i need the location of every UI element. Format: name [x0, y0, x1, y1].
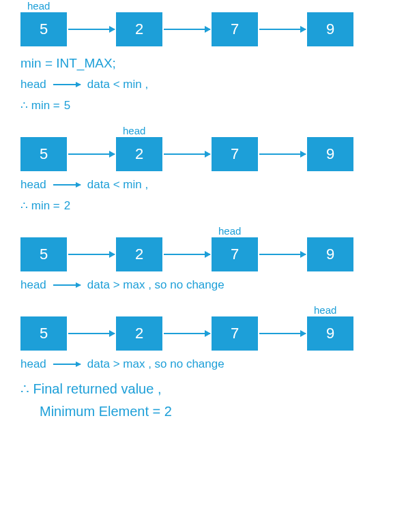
arrow-icon	[68, 153, 115, 155]
list-node: 2	[116, 237, 162, 271]
head-pointer-label: head	[27, 0, 50, 12]
result-line: ∴ min = 5	[20, 98, 386, 113]
list-node: 2	[116, 137, 162, 171]
condition-pre: head	[20, 78, 46, 91]
condition-post: data > max , so no change	[87, 357, 224, 371]
list-node: 9	[307, 237, 353, 271]
list-node: 2	[116, 12, 162, 46]
condition-line: head data < min ,	[20, 78, 386, 91]
arrow-icon	[164, 333, 210, 334]
condition-post: data < min ,	[87, 78, 148, 91]
list-node: 7	[212, 316, 258, 351]
arrow-icon	[53, 184, 81, 186]
final-conclusion-line2: Minimum Element = 2	[40, 404, 386, 419]
list-node: 9	[307, 316, 353, 351]
head-pointer-label: head	[218, 225, 241, 237]
head-pointer-label: head	[123, 125, 145, 136]
arrow-icon	[259, 333, 306, 334]
linked-list-step3: head 5 2 7 9	[20, 237, 386, 271]
head-pointer-label: head	[314, 304, 336, 316]
arrow-icon	[259, 254, 306, 255]
arrow-icon	[53, 84, 81, 85]
arrow-icon	[53, 284, 81, 286]
list-node: 5	[20, 137, 67, 171]
arrow-icon	[68, 333, 115, 334]
list-node: 5	[20, 12, 67, 46]
condition-line: head data < min ,	[20, 178, 386, 192]
condition-line: head data > max , so no change	[20, 357, 386, 371]
result-value: 5	[64, 99, 70, 113]
result-line: ∴ min = 2	[20, 198, 386, 213]
list-node: 5	[20, 237, 67, 271]
arrow-icon	[259, 29, 306, 30]
init-statement: min = INT_MAX;	[20, 56, 386, 71]
condition-pre: head	[20, 278, 46, 292]
arrow-icon	[68, 254, 115, 255]
list-node: 7	[212, 12, 258, 46]
condition-post: data > max , so no change	[87, 278, 224, 292]
list-node: 5	[20, 316, 67, 351]
result-value: 2	[64, 199, 70, 213]
condition-pre: head	[20, 178, 46, 192]
therefore-symbol: ∴ min =	[20, 98, 60, 113]
linked-list-step4: head 5 2 7 9	[20, 316, 386, 351]
arrow-icon	[164, 254, 210, 255]
arrow-icon	[164, 153, 210, 155]
list-node: 2	[116, 316, 162, 351]
condition-line: head data > max , so no change	[20, 278, 386, 292]
arrow-icon	[164, 29, 210, 30]
list-node: 9	[307, 137, 353, 171]
therefore-symbol: ∴ min =	[20, 198, 60, 213]
list-node: 9	[307, 12, 353, 46]
arrow-icon	[68, 29, 115, 30]
condition-post: data < min ,	[87, 178, 148, 192]
linked-list-step1: head 5 2 7 9	[20, 12, 386, 46]
list-node: 7	[212, 237, 258, 271]
arrow-icon	[53, 364, 81, 365]
final-conclusion-line1: ∴ Final returned value ,	[20, 381, 386, 397]
condition-pre: head	[20, 357, 46, 371]
arrow-icon	[259, 153, 306, 155]
linked-list-step2: head 5 2 7 9	[20, 137, 386, 171]
list-node: 7	[212, 137, 258, 171]
